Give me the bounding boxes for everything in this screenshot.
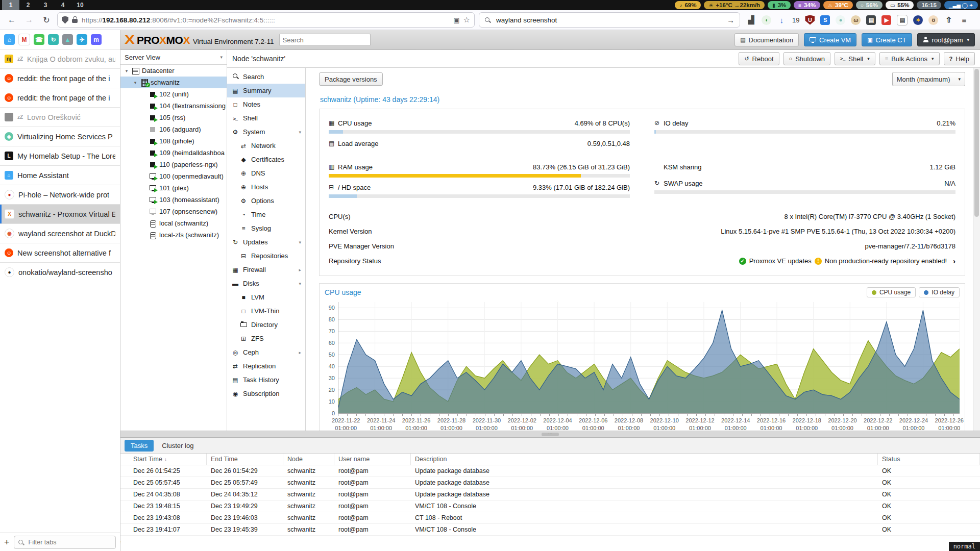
tab-item[interactable]: njzZKnjiga O dobrom zvuku, au [0,49,120,68]
ring-extension-icon[interactable]: ● [836,15,845,25]
column-header-user-name[interactable]: User name [334,454,411,465]
menu-item-summary[interactable]: ▤Summary [227,84,305,97]
pinned-tab-whatsapp[interactable]: ☎ [34,34,44,45]
pinned-tab-a-app[interactable]: ▲ [62,34,73,45]
menu-item-task-history[interactable]: ▤Task History [227,373,305,387]
pve-search-input[interactable] [279,34,371,46]
user-menu-button[interactable]: root@pam▾ [917,33,975,46]
tree-view-selector[interactable]: Server View▾ [120,50,227,65]
ublock-icon[interactable]: U [805,15,815,25]
menu-item-subscription[interactable]: ◉Subscription [227,387,305,400]
news-extension-icon[interactable]: ▤ [897,15,908,26]
pinned-tab-home-assistant[interactable]: ⌂ [4,34,15,45]
search-input[interactable] [495,16,723,24]
tab-item[interactable]: ☺reddit: the front page of the i [0,68,120,88]
filter-tabs-box[interactable] [14,536,116,549]
menu-item-ceph[interactable]: ◎Ceph▸ [227,345,305,359]
menu-item-directory[interactable]: Directory [227,318,305,332]
menu-item-disks[interactable]: ▬Disks▾ [227,277,305,290]
splitter-grip[interactable]: ··· [542,433,559,436]
legend-io-delay[interactable]: IO delay [919,287,960,297]
column-header-description[interactable]: Description [411,454,878,465]
column-header-status[interactable]: Status [878,454,980,465]
tab-item[interactable]: Xschwanitz - Proxmox Virtual E [0,204,120,223]
tree-item[interactable]: 107 (opnsensenew) [120,206,227,217]
pinned-tab-sync-app[interactable]: ↻ [48,34,59,45]
menu-item-shell[interactable]: >_Shell [227,111,305,125]
menu-item-hosts[interactable]: ⊕Hosts [227,180,305,194]
tree-item[interactable]: 105 (rss) [120,112,227,123]
tab-item[interactable]: LMy Homelab Setup - The Lore [0,146,120,165]
shell-button[interactable]: >_Shell▾ [835,52,875,65]
menu-item-search[interactable]: Search [227,70,305,84]
tab-item[interactable]: ●onokatio/wayland-screensho [0,262,120,282]
url-bar[interactable]: https://192.168.80.212:8006/#v1:0:=node%… [57,12,475,28]
menu-item-lvm[interactable]: ■LVM [227,290,305,304]
column-header-end-time[interactable]: End Time [207,454,283,465]
tree-item[interactable]: 104 (flextransmissiong [120,100,227,112]
singlefile-icon[interactable]: S [820,15,830,25]
menu-icon[interactable]: ≡ [959,15,969,25]
workspace-button[interactable]: 2 [19,0,37,10]
reload-button[interactable]: ↻ [40,13,53,27]
tab-item[interactable]: ☺New screenshot alternative f [0,243,120,262]
menu-item-time[interactable]: ◔Time [227,208,305,221]
tracking-protection-icon[interactable] [62,16,68,24]
chevron-right-icon[interactable]: › [953,257,955,265]
shutdown-button[interactable]: ○Shutdown [783,52,830,65]
menu-item-repositories[interactable]: ⊟Repositories [227,249,305,263]
column-header-start-time[interactable]: Start Time↓ [129,454,207,465]
card-extension-icon[interactable]: ▤ [866,15,876,25]
task-row[interactable]: Dec 23 19:43:08Dec 23 19:46:03schwanitzr… [120,512,980,524]
reboot-button[interactable]: ↺Reboot [739,52,779,65]
scrollbar-thumb[interactable] [974,69,979,217]
documentation-button[interactable]: ▤Documentation [734,33,799,46]
lock-icon[interactable] [72,16,78,23]
task-row[interactable]: Dec 26 01:54:25Dec 26 01:54:29schwanitzr… [120,465,980,477]
pinned-tab-telegram[interactable]: ✈ [77,34,87,45]
workspace-button[interactable]: 4 [54,0,71,10]
menu-item-firewall[interactable]: ▦Firewall▸ [227,263,305,277]
package-versions-button[interactable]: Package versions [319,72,383,86]
menu-item-zfs[interactable]: ⊞ZFS [227,332,305,345]
tab-tasks[interactable]: Tasks [125,440,154,452]
task-row[interactable]: Dec 23 19:48:15Dec 23 19:49:29schwanitzr… [120,500,980,512]
eu-extension-icon[interactable]: ✶ [913,15,923,25]
task-row[interactable]: Dec 24 04:35:08Dec 24 04:35:12schwanitzr… [120,489,980,500]
kettlebell-extension-icon[interactable]: ▟ [746,15,756,25]
task-row[interactable]: Dec 23 19:41:07Dec 23 19:45:39schwanitzr… [120,524,980,536]
menu-item-updates[interactable]: ↻Updates▾ [227,235,305,249]
search-bar[interactable]: → [479,12,740,28]
expander-icon[interactable]: ▾ [124,68,130,73]
tab-item[interactable]: ☺reddit: the front page of the i [0,88,120,107]
face-extension-icon[interactable]: ö [928,15,938,25]
tree-item[interactable]: 110 (paperless-ngx) [120,159,227,170]
tab-item[interactable]: ⌂Home Assistant [0,165,120,185]
create-ct-button[interactable]: ▣Create CT [862,33,912,46]
video-extension-icon[interactable]: ▶ [881,15,891,25]
menu-item-certificates[interactable]: ◆Certificates [227,153,305,166]
tree-item[interactable]: 103 (homeassistant) [120,194,227,206]
tab-item[interactable]: ◈Virtualizing Home Services P [0,127,120,146]
time-range-select[interactable]: Month (maximum)▾ [892,72,965,86]
search-go-icon[interactable]: → [727,16,734,24]
column-header-node[interactable]: Node [283,454,334,465]
tree-item[interactable]: ▾Datacenter [120,65,227,77]
back-button[interactable]: ← [5,13,18,27]
help-button[interactable]: ?Help [944,52,975,65]
bookmark-star-icon[interactable]: ☆ [463,15,470,24]
menu-item-notes[interactable]: □Notes [227,97,305,111]
tree-item[interactable]: 100 (openmediavault) [120,170,227,182]
legend-cpu-usage[interactable]: CPU usage [867,287,916,297]
tree-item[interactable]: local-zfs (schwanitz) [120,229,227,241]
thumbs-extension-icon[interactable]: ⇧ [944,15,953,25]
tab-item[interactable]: ●Pi-hole – Network-wide prot [0,185,120,204]
download-icon[interactable]: ↓ [777,15,787,25]
green-extension-icon[interactable]: ◖ [762,15,771,25]
menu-item-syslog[interactable]: ≡Syslog [227,221,305,235]
menu-item-options[interactable]: ⚙Options [227,194,305,208]
pinned-tab-mastodon[interactable]: m [91,34,102,45]
tab-item[interactable]: ◉wayland screenshot at DuckD [0,223,120,243]
tree-item[interactable]: local (schwanitz) [120,217,227,229]
tree-item[interactable]: 101 (plex) [120,182,227,194]
